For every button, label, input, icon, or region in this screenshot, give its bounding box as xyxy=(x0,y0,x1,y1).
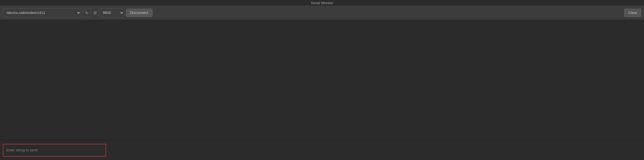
port-select[interactable]: /dev/cu.usbmodem1411 xyxy=(3,8,81,17)
refresh-icon: ↻ xyxy=(85,11,89,15)
input-area xyxy=(0,140,644,160)
toolbar: /dev/cu.usbmodem1411 ↻ @ 9600 300 1200 2… xyxy=(0,6,644,20)
title-bar-text: Serial Monitor xyxy=(311,1,333,5)
clear-button[interactable]: Clear xyxy=(624,9,641,17)
monitor-area[interactable] xyxy=(0,20,644,140)
send-input[interactable] xyxy=(3,144,106,157)
at-label: @ xyxy=(93,11,97,15)
refresh-button[interactable]: ↻ xyxy=(83,9,91,17)
title-bar: Serial Monitor xyxy=(0,0,644,6)
disconnect-button[interactable]: Disconnect xyxy=(126,9,152,17)
baud-select[interactable]: 9600 300 1200 2400 4800 19200 38400 5760… xyxy=(99,8,124,17)
